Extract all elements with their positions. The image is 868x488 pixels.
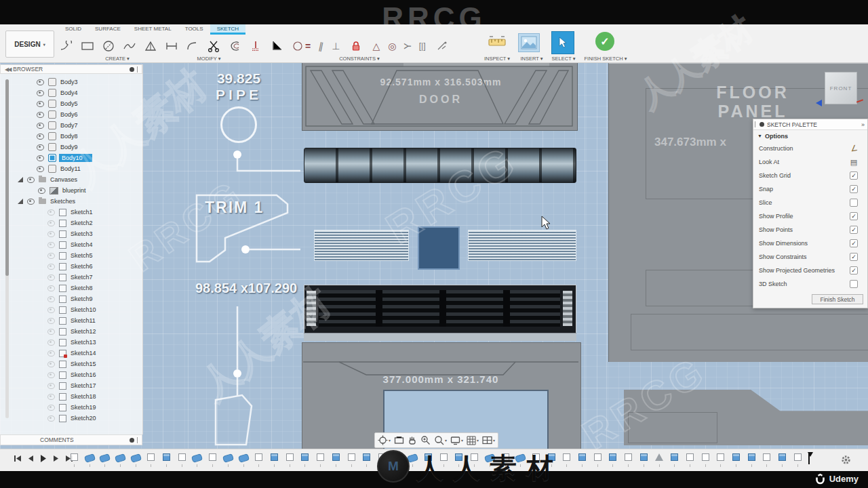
browser-sketch-row[interactable]: Sketch16 — [0, 369, 142, 380]
timeline-feature[interactable] — [328, 452, 344, 467]
timeline-feature[interactable] — [436, 452, 452, 467]
visibility-eye-icon[interactable] — [47, 415, 55, 422]
visibility-eye-icon[interactable] — [47, 242, 55, 248]
browser-sketch-row[interactable]: Sketch19 — [0, 402, 142, 413]
browser-sketch-row[interactable]: Sketch11 — [0, 315, 142, 326]
timeline-feature[interactable] — [82, 452, 98, 467]
expand-right-icon[interactable]: » — [861, 121, 865, 128]
option-control[interactable] — [850, 212, 858, 220]
timeline-feature[interactable] — [420, 452, 436, 467]
palette-option-row[interactable]: Slice — [753, 196, 867, 209]
browser-sketch-row[interactable]: Sketch2 — [0, 218, 142, 228]
timeline-feature[interactable] — [467, 452, 482, 467]
timeline-feature[interactable] — [790, 452, 806, 467]
spline-tool-icon[interactable] — [121, 37, 138, 55]
visibility-eye-icon[interactable] — [47, 405, 55, 411]
timeline-feature[interactable] — [698, 452, 713, 467]
timeline-feature[interactable] — [144, 452, 159, 467]
pan-hand-icon[interactable] — [408, 435, 417, 445]
browser-body-row[interactable]: Body11 — [0, 163, 142, 174]
timeline-feature[interactable] — [282, 452, 298, 467]
timeline-feature[interactable] — [590, 452, 606, 467]
palette-option-row[interactable]: Snap — [753, 182, 867, 196]
rectangle-tool-icon[interactable] — [79, 37, 96, 55]
option-control[interactable] — [850, 199, 858, 207]
finish-sketch-button[interactable]: Finish Sketch — [812, 294, 863, 304]
option-control[interactable] — [850, 266, 858, 274]
look-at-icon[interactable] — [394, 436, 404, 445]
inspect-measure-icon[interactable] — [487, 34, 507, 50]
insert-image-icon[interactable] — [518, 33, 540, 52]
browser-body-row[interactable]: Body5 — [0, 98, 142, 109]
skip-to-start-button[interactable] — [14, 455, 22, 462]
option-control[interactable] — [850, 171, 858, 180]
trim-scissors-icon[interactable] — [205, 37, 222, 55]
browser-body-row[interactable]: Body10 — [0, 152, 142, 163]
viewcube-front-face[interactable]: FRONT — [830, 85, 852, 92]
visibility-eye-icon[interactable] — [27, 177, 35, 183]
palette-option-row[interactable]: Look At — [753, 155, 867, 169]
timeline-feature[interactable] — [313, 452, 328, 467]
panel-grip-icon[interactable] — [137, 66, 140, 73]
fillet-tool-icon[interactable] — [184, 37, 201, 55]
palette-options-section[interactable]: ▼ Options — [753, 130, 867, 142]
palette-option-row[interactable]: Show Constraints — [753, 250, 867, 264]
visibility-eye-icon[interactable] — [47, 372, 55, 378]
palette-option-row[interactable]: Show Dimensions — [753, 237, 867, 250]
browser-sketch-row[interactable]: Sketch9 — [0, 293, 142, 304]
palette-option-row[interactable]: Show Points — [753, 223, 867, 237]
timeline-feature[interactable] — [236, 452, 252, 467]
timeline-feature[interactable] — [267, 452, 282, 467]
option-control[interactable] — [850, 226, 858, 234]
visibility-eye-icon[interactable] — [37, 155, 44, 161]
visibility-eye-icon[interactable] — [47, 220, 55, 226]
timeline-feature[interactable] — [452, 452, 467, 467]
select-group-label[interactable]: SELECT ▾ — [552, 56, 576, 62]
browser-blueprint-row[interactable]: blueprint — [0, 185, 142, 196]
option-control[interactable] — [850, 239, 858, 247]
option-control[interactable] — [850, 185, 858, 193]
modify-group-label[interactable]: MODIFY ▾ — [197, 56, 221, 62]
timeline-feature[interactable] — [774, 452, 790, 467]
step-back-button[interactable] — [28, 455, 34, 462]
parallel-constraint-icon[interactable]: ∥ — [318, 40, 325, 52]
browser-sketch-row[interactable]: Sketch14 — [0, 348, 142, 359]
browser-header[interactable]: ◀◀ BROWSER — [0, 64, 142, 74]
browser-sketch-row[interactable]: Sketch1 — [0, 207, 142, 218]
timeline-feature[interactable] — [620, 452, 636, 467]
timeline-feature[interactable] — [574, 452, 590, 467]
visibility-eye-icon[interactable] — [47, 318, 55, 324]
panel-dot-icon[interactable] — [760, 122, 764, 127]
timeline-position-marker[interactable] — [808, 452, 810, 464]
toolbar-tab[interactable]: SHEET METAL — [127, 24, 178, 35]
browser-sketch-row[interactable]: Sketch13 — [0, 337, 142, 348]
palette-option-row[interactable]: Construction — [753, 142, 867, 155]
timeline-feature[interactable] — [344, 452, 359, 467]
visibility-eye-icon[interactable] — [47, 350, 55, 357]
palette-option-row[interactable]: Show Projected Geometries — [753, 264, 867, 277]
curvature-constraint-icon[interactable] — [434, 37, 450, 55]
timeline-feature[interactable] — [728, 452, 744, 467]
toolbar-tab[interactable]: SOLID — [58, 24, 88, 35]
timeline-feature[interactable] — [359, 452, 374, 467]
visibility-eye-icon[interactable] — [47, 329, 55, 335]
visibility-eye-icon[interactable] — [47, 274, 55, 281]
zoom-window-icon[interactable]: ▾ — [434, 435, 447, 445]
browser-sketch-row[interactable]: Sketch3 — [0, 228, 142, 239]
browser-sketch-row[interactable]: Sketch7 — [0, 272, 142, 283]
midpoint-constraint-icon[interactable]: [|] — [419, 41, 426, 51]
zoom-icon[interactable] — [420, 435, 431, 445]
visibility-eye-icon[interactable] — [47, 340, 55, 346]
timeline-feature[interactable] — [374, 452, 390, 467]
orbit-icon[interactable]: ▾ — [378, 435, 391, 445]
triangle-constraint-icon[interactable]: △ — [372, 41, 380, 52]
browser-sketch-row[interactable]: Sketch6 — [0, 261, 142, 272]
timeline-feature[interactable] — [97, 452, 113, 467]
toolbar-tab[interactable]: TOOLS — [178, 24, 210, 35]
visibility-eye-icon[interactable] — [37, 123, 44, 129]
browser-sketch-row[interactable]: Sketch4 — [0, 239, 142, 250]
concentric-constraint-icon[interactable]: ◎ — [388, 41, 396, 52]
finish-sketch-group-label[interactable]: FINISH SKETCH ▾ — [585, 56, 627, 62]
visibility-eye-icon[interactable] — [27, 199, 35, 205]
constraints-group-label[interactable]: CONSTRAINTS ▾ — [339, 56, 380, 62]
